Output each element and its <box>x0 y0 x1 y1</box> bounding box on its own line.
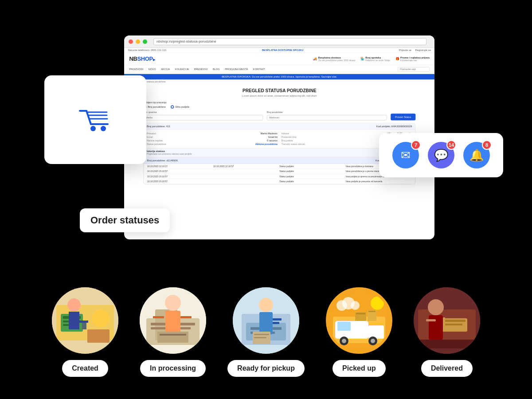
register-link[interactable]: Registrujte se <box>415 49 431 51</box>
status-label-delivered: Delivered <box>421 360 473 377</box>
nav-prodajna[interactable]: PRODAJNA MESTA <box>225 68 248 70</box>
order-card-header: Broj porudzbine: 411 Kod podjele: AHA300… <box>144 123 415 129</box>
status-label-created: Created <box>62 360 108 377</box>
svg-rect-39 <box>273 322 279 324</box>
nav-blog[interactable]: BLOG <box>213 68 220 70</box>
radio2-label: Sifra podjele <box>175 106 189 108</box>
status-label-pickup: Ready for pickup <box>227 360 305 377</box>
radio-dot-inactive <box>171 106 174 109</box>
shop-header: NBSHOP▶ 🚚 Besplatna dostava Za sve porud… <box>124 53 434 65</box>
radio-order-number[interactable]: Broj porudzbine <box>143 106 165 109</box>
svg-point-25 <box>165 295 181 311</box>
delivery-icon: 🚚 <box>313 57 317 61</box>
form-label: Dobijeni tip pracenja <box>143 101 415 104</box>
nav-proizvodi[interactable]: PROIZVODI <box>129 68 144 70</box>
order-grid: Primaoci Marko Markovic Adresa Milosica … <box>144 129 415 148</box>
bell-notification-button[interactable]: 🔔 8 <box>463 142 490 168</box>
shop-logo[interactable]: NBSHOP▶ <box>129 55 156 62</box>
order-field-primaoic: Primaoci Marko Markovic <box>147 132 278 135</box>
page-subtitle: Lorem ipsum dolor sit amet, consectetuer… <box>143 94 415 97</box>
status-item-processing: In processing <box>140 287 206 377</box>
chat-notification-button[interactable]: 💬 14 <box>428 142 454 168</box>
nav-akcija[interactable]: AKCIJA <box>161 68 170 70</box>
order-num-field: Broj porudzbine <box>267 111 387 121</box>
nav-kontakt[interactable]: KONTAKT <box>253 68 265 70</box>
order-card: Broj porudzbine: 411 Kod podjele: AHA300… <box>143 123 415 184</box>
maximize-button-icon[interactable] <box>143 39 147 44</box>
svg-rect-15 <box>87 329 110 343</box>
name-label: Ime i prezime <box>143 111 263 113</box>
radio-delivery-code[interactable]: Sifra podjele <box>171 106 189 109</box>
name-field: Ime i prezime <box>143 111 263 121</box>
history-card-header: Broj porudzbine: d1148906 Kod podjele: d… <box>144 157 415 164</box>
svg-rect-41 <box>254 334 269 335</box>
pickup-illustration <box>233 287 299 354</box>
name-input[interactable] <box>143 115 263 120</box>
status-item-delivered: Delivered <box>414 287 480 377</box>
radio1-label: Broj porudzbine <box>148 106 165 108</box>
promo-banner: BESPLATNA ISPORUKA: Za sve porudzbine pr… <box>124 74 434 79</box>
history-header[interactable]: Istorija statusa Pogledajte sve promene … <box>144 148 415 157</box>
processing-illustration <box>140 287 206 354</box>
svg-rect-53 <box>356 313 365 314</box>
notifications-card: ✉ 7 💬 14 🔔 8 <box>379 133 503 177</box>
svg-point-14 <box>92 309 110 327</box>
stores-desc: Nalazimo se sirom Srbije <box>365 59 390 62</box>
nav-novo[interactable]: NOVO <box>149 68 156 70</box>
history-card: Broj porudzbine: d1148906 Kod podjele: d… <box>144 157 415 184</box>
svg-rect-47 <box>337 322 351 331</box>
minimize-button-icon[interactable] <box>136 39 140 44</box>
delivered-illustration <box>414 287 480 354</box>
svg-rect-38 <box>273 318 282 321</box>
order-num-input[interactable] <box>267 115 387 120</box>
phone-text: Narucite telefonom: 0631 111 111 <box>128 49 167 51</box>
login-link[interactable]: Prijavite se <box>399 49 411 51</box>
order-num-label: Broj porudzbine <box>267 111 387 113</box>
history-row-4: 10.10.2023 15:10:57 Status podjele: Vasa… <box>144 179 415 184</box>
svg-rect-37 <box>259 312 273 334</box>
status-circle-pickup <box>233 287 299 354</box>
nav-kolekcije[interactable]: KOLEKCIJE <box>175 68 189 70</box>
feature-promo: 🎁 Promo i najlaksa prijava Kontaktirajte… <box>395 56 430 62</box>
status-steps-row: Created I <box>0 287 532 377</box>
stores-icon: 🏪 <box>360 57 364 61</box>
svg-rect-65 <box>445 320 466 322</box>
cart-icon-wrap <box>78 104 113 135</box>
svg-rect-18 <box>79 321 88 323</box>
promo-text: BESPLATNA DOSTUPNE SPOJKU <box>262 49 303 51</box>
status-circle-delivered <box>414 287 480 354</box>
order-field-status: Status porudzbine Aktivna porudzbina <box>147 143 278 145</box>
input-row: Ime i prezime Broj porudzbine Proveri St… <box>143 111 415 121</box>
nav-brendovi[interactable]: BRENDOVI <box>194 68 207 70</box>
svg-point-59 <box>351 301 360 310</box>
feature-delivery: 🚚 Besplatna dostava Za sve porudzbine pr… <box>313 56 355 62</box>
search-input[interactable] <box>398 67 430 72</box>
created-illustration <box>52 287 118 354</box>
svg-rect-67 <box>418 340 476 348</box>
bell-badge: 8 <box>482 140 492 150</box>
order-field-naplata: Nacina naplate 0 racunov <box>147 139 278 142</box>
mail-badge: 7 <box>411 140 421 150</box>
history-subtitle: Pogledajte sve promene statusa vase podj… <box>147 153 192 155</box>
svg-rect-68 <box>426 319 436 321</box>
status-circle-processing <box>140 287 206 354</box>
shop-nav: PROIZVODI NOVO AKCIJA KOLEKCIJE BRENDOVI… <box>124 65 434 74</box>
svg-point-56 <box>371 297 384 310</box>
svg-rect-55 <box>368 311 376 312</box>
radio-group: Broj porudzbine Sifra podjele <box>143 106 415 109</box>
feature-stores: 🏪 Broj apoteka Nalazimo se sirom Srbije <box>360 56 390 62</box>
check-status-button[interactable]: Proveri Status <box>391 113 415 120</box>
svg-rect-69 <box>443 317 445 332</box>
close-button-icon[interactable] <box>129 39 133 44</box>
order-statuses-text: Order statuses <box>90 215 159 226</box>
mail-notification-button[interactable]: ✉ 7 <box>392 142 419 168</box>
svg-point-6 <box>90 126 96 131</box>
svg-point-51 <box>371 339 375 343</box>
picked-illustration <box>329 290 390 351</box>
delivery-desc: Za sve porudzbine preko 1000 dinara <box>318 59 355 62</box>
svg-rect-30 <box>160 334 186 336</box>
url-bar[interactable]: nbshop.rs/pregled-statusa-porudzbine <box>153 38 426 45</box>
svg-point-62 <box>428 299 444 315</box>
shop-topbar: Narucite telefonom: 0631 111 111 BESPLAT… <box>124 48 434 53</box>
status-label-picked: Picked up <box>332 360 386 377</box>
